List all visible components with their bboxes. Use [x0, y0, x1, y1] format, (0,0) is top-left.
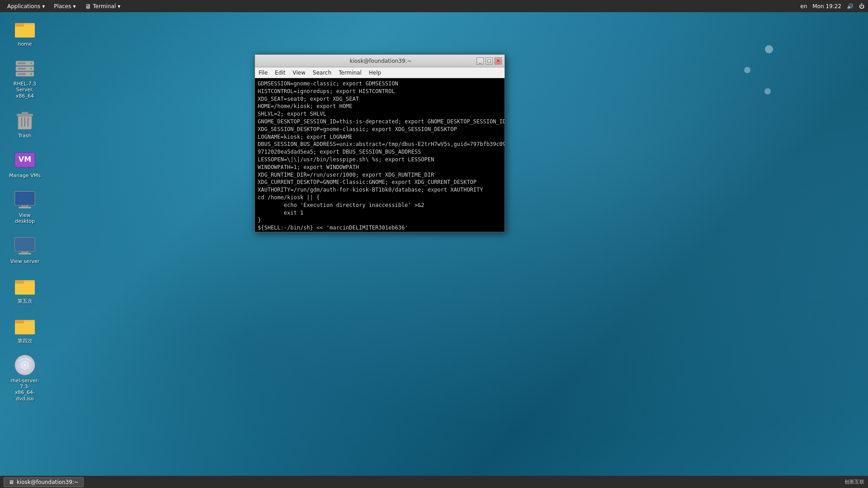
close-button[interactable]: ✕	[495, 57, 502, 65]
places-label: Places	[54, 3, 71, 9]
sici-label: 第四次	[18, 338, 33, 344]
terminal-titlebar: kiosk@foundation39:~ _ □ ✕	[255, 55, 505, 67]
svg-rect-2	[15, 23, 24, 27]
svg-point-6	[30, 62, 32, 64]
dvd-icon	[14, 354, 36, 376]
desktop-icon-trash[interactable]: Trash	[7, 108, 43, 141]
home-icon-label: home	[18, 41, 32, 47]
deco-circle-1	[765, 45, 773, 53]
svg-rect-29	[15, 282, 35, 295]
svg-rect-23	[19, 207, 31, 208]
wuci-folder-icon	[14, 276, 36, 296]
svg-point-8	[30, 73, 32, 75]
view-desktop-icon	[14, 190, 36, 210]
terminal-menu[interactable]: 🖥 Terminal ▾	[81, 0, 124, 12]
svg-rect-9	[18, 62, 26, 64]
svg-rect-30	[15, 280, 24, 284]
trash-icon-label: Trash	[18, 133, 31, 139]
desktop-icon-dvd[interactable]: rhel-server-7.3- x86_64-dvd.iso	[7, 352, 43, 404]
places-arrow: ▾	[73, 3, 76, 9]
home-folder-icon	[14, 19, 36, 38]
terminal-help-menu[interactable]: Help	[365, 67, 385, 78]
dvd-icon-image	[14, 354, 36, 376]
terminal-content[interactable]: GDMSESSION=gnome-classic; export GDMSESS…	[255, 78, 505, 232]
top-panel: Applications ▾ Places ▾ 🖥 Terminal ▾ en …	[0, 0, 868, 12]
deco-circle-3	[764, 88, 771, 94]
applications-label: Applications	[7, 3, 40, 9]
taskbar-terminal-icon: 🖥	[9, 479, 14, 485]
svg-rect-21	[16, 192, 34, 204]
terminal-terminal-menu[interactable]: Terminal	[335, 67, 365, 78]
desktop-icon-view-desktop[interactable]: View desktop	[7, 187, 43, 226]
terminal-arrow: ▾	[118, 3, 120, 9]
applications-menu[interactable]: Applications ▾	[4, 0, 48, 12]
svg-rect-22	[21, 205, 28, 207]
language-indicator[interactable]: en	[800, 3, 807, 9]
sici-folder-icon	[14, 315, 36, 335]
trash-icon	[16, 109, 34, 131]
svg-rect-32	[15, 322, 35, 334]
taskbar-right: 创新互联	[844, 479, 864, 485]
applications-arrow: ▾	[42, 3, 45, 9]
svg-rect-33	[15, 320, 24, 324]
terminal-file-menu[interactable]: File	[255, 67, 271, 78]
desktop-icon-manage-vms[interactable]: VM Manage VMs	[7, 147, 43, 180]
wuci-label: 第五次	[18, 298, 33, 304]
svg-point-37	[23, 363, 27, 367]
view-desktop-label: View desktop	[9, 212, 41, 224]
minimize-button[interactable]: _	[476, 57, 484, 65]
terminal-menubar: File Edit View Search Terminal Help	[255, 67, 505, 78]
desktop: Applications ▾ Places ▾ 🖥 Terminal ▾ en …	[0, 0, 868, 488]
rhel-server-icon	[14, 58, 36, 78]
svg-rect-10	[18, 68, 26, 70]
view-desktop-icon-image	[14, 189, 36, 211]
svg-text:VM: VM	[19, 155, 31, 164]
trash-icon-image	[14, 109, 36, 131]
clock: Mon 19:22	[812, 3, 841, 9]
power-icon[interactable]: ⏻	[859, 3, 864, 9]
taskbar: 🖥 kiosk@foundation39:~ 创新互联	[0, 476, 868, 488]
terminal-search-menu[interactable]: Search	[309, 67, 335, 78]
view-server-icon-image	[14, 235, 36, 257]
terminal-view-menu[interactable]: View	[289, 67, 309, 78]
manage-vms-label: Manage VMs	[9, 173, 41, 178]
terminal-icon: 🖥	[85, 3, 91, 10]
home-icon-image	[14, 18, 36, 39]
desktop-icons-container: home RHEL-7.3 Server. x86_64	[7, 16, 43, 408]
svg-rect-14	[22, 112, 28, 114]
svg-rect-1	[15, 25, 35, 38]
panel-right: en Mon 19:22 🔊 ⏻	[800, 3, 864, 9]
taskbar-terminal-label: kiosk@foundation39:~	[17, 479, 79, 485]
terminal-label: Terminal	[93, 3, 116, 9]
view-server-label: View server	[10, 258, 39, 264]
svg-rect-11	[18, 73, 26, 75]
brand-logo-icon: 创新互联	[844, 479, 864, 485]
desktop-icon-rhel[interactable]: RHEL-7.3 Server. x86_64	[7, 56, 43, 101]
desktop-icon-view-server[interactable]: View server	[7, 233, 43, 266]
taskbar-terminal-item[interactable]: 🖥 kiosk@foundation39:~	[4, 477, 84, 487]
dvd-label: rhel-server-7.3- x86_64-dvd.iso	[9, 378, 41, 402]
view-server-icon	[14, 236, 36, 256]
svg-rect-27	[19, 253, 31, 254]
deco-circle-2	[744, 67, 750, 73]
panel-left: Applications ▾ Places ▾ 🖥 Terminal ▾	[4, 0, 124, 12]
svg-rect-25	[16, 239, 34, 250]
rhel-icon-label: RHEL-7.3 Server. x86_64	[9, 81, 41, 99]
manage-vms-icon: VM	[14, 150, 36, 170]
volume-icon[interactable]: 🔊	[847, 3, 854, 9]
taskbar-left: 🖥 kiosk@foundation39:~	[4, 477, 84, 487]
rhel-icon-image	[14, 57, 36, 79]
terminal-edit-menu[interactable]: Edit	[271, 67, 289, 78]
window-buttons: _ □ ✕	[476, 57, 502, 65]
desktop-icon-wuci[interactable]: 第五次	[7, 273, 43, 306]
terminal-window-title: kiosk@foundation39:~	[285, 58, 476, 64]
wuci-icon-image	[14, 275, 36, 296]
svg-rect-26	[21, 251, 28, 253]
places-menu[interactable]: Places ▾	[50, 0, 79, 12]
manage-vms-icon-image: VM	[14, 149, 36, 171]
desktop-icon-sici[interactable]: 第四次	[7, 313, 43, 346]
maximize-button[interactable]: □	[486, 57, 493, 65]
terminal-window: kiosk@foundation39:~ _ □ ✕ File Edit Vie…	[255, 54, 505, 232]
svg-point-7	[30, 68, 32, 70]
desktop-icon-home[interactable]: home	[7, 16, 43, 49]
